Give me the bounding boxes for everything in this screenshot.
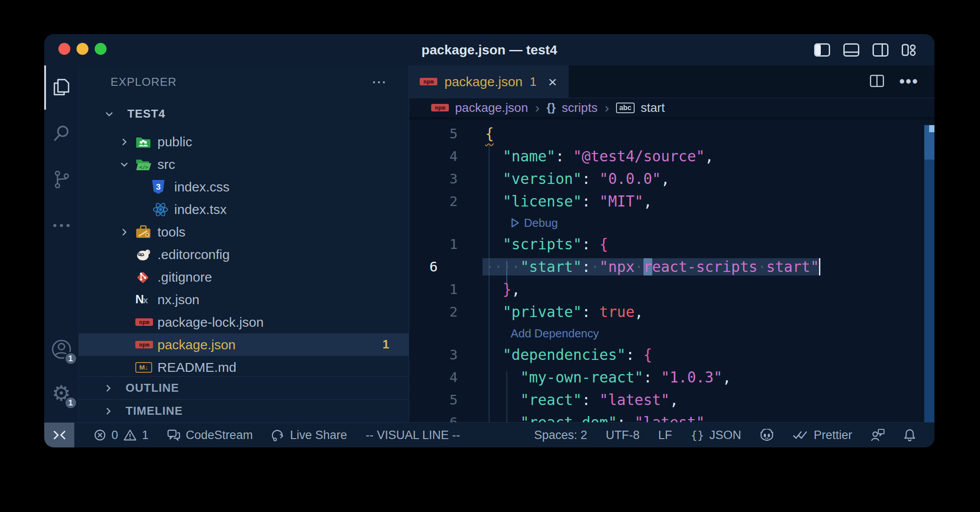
- customize-layout-icon[interactable]: [902, 43, 917, 57]
- code-line: 3 "version": "0.0.0",: [409, 168, 934, 190]
- react-icon: [152, 202, 174, 217]
- code-line-current: 6 ····"start":·"npx·react-scripts·start": [409, 256, 934, 278]
- editor-group: npm package.json 1 × ••• npm package.jso…: [409, 65, 934, 422]
- codelens-add-dependency[interactable]: Add Dependency: [409, 323, 934, 344]
- chevron-right-icon: [119, 137, 135, 147]
- more-views-icon[interactable]: [46, 210, 77, 241]
- tree-item-tools[interactable]: tools: [79, 221, 409, 243]
- source-control-view-icon[interactable]: [46, 164, 77, 195]
- tree-item-package-lock-json[interactable]: npm package-lock.json: [79, 311, 409, 333]
- live-share-status[interactable]: Live Share: [272, 428, 347, 442]
- copilot-status[interactable]: [760, 429, 774, 441]
- breadcrumb-separator: ›: [534, 100, 540, 115]
- outline-section-header[interactable]: OUTLINE: [79, 376, 409, 399]
- copilot-icon: [760, 429, 774, 441]
- breadcrumb-object[interactable]: scripts: [562, 101, 597, 115]
- title-bar: package.json — test4: [44, 34, 934, 65]
- editor-more-actions-icon[interactable]: •••: [899, 78, 919, 84]
- feedback-icon[interactable]: [871, 428, 885, 442]
- code-line: 1 },: [409, 278, 934, 301]
- markdown-icon: M↓: [135, 362, 157, 373]
- tree-item-readme-md[interactable]: M↓ README.md: [79, 356, 409, 376]
- double-check-icon: [792, 430, 808, 440]
- folder-public-icon: [135, 135, 157, 149]
- toggle-panel-icon[interactable]: [843, 43, 859, 57]
- visual-line-selection: ····"start":·"npx·react-scripts·start": [482, 258, 820, 275]
- npm-icon: npm: [431, 104, 449, 111]
- explorer-title: EXPLORER: [111, 75, 177, 89]
- code-line: 1 "scripts": {: [409, 233, 934, 256]
- svg-text:</>: </>: [139, 164, 148, 170]
- breadcrumb-separator: ›: [604, 100, 610, 115]
- settings-gear-icon[interactable]: ⚙ 1: [46, 378, 77, 409]
- remote-indicator[interactable]: [44, 423, 74, 448]
- settings-badge: 1: [64, 396, 77, 409]
- prettier-status[interactable]: Prettier: [792, 428, 852, 442]
- indentation-status[interactable]: Spaces: 2: [534, 428, 587, 442]
- timeline-section-header[interactable]: TIMELINE: [79, 399, 409, 422]
- chevron-right-icon: [103, 383, 119, 393]
- code-line: 5 {: [409, 122, 934, 145]
- code-line: 5 "react": "latest",: [409, 389, 934, 411]
- code-editor[interactable]: 5 { 4 "name": "@test4/source", 3 "versio…: [409, 117, 934, 422]
- string-symbol-icon: abc: [616, 103, 635, 113]
- tree-root-test4[interactable]: TEST4: [79, 103, 409, 125]
- comment-discussion-icon: [167, 429, 180, 441]
- braces-icon: {}: [691, 429, 704, 442]
- vscode-window: package.json — test4: [44, 34, 934, 447]
- tree-item-src[interactable]: </> src: [79, 153, 409, 176]
- codelens-debug[interactable]: Debug: [409, 213, 934, 233]
- split-editor-icon[interactable]: [870, 75, 884, 89]
- toggle-primary-sidebar-icon[interactable]: [814, 43, 830, 57]
- tree-item-editorconfig[interactable]: .editorconfig: [79, 243, 409, 266]
- codestream-status[interactable]: CodeStream: [167, 428, 253, 442]
- tab-package-json[interactable]: npm package.json 1 ×: [409, 65, 569, 98]
- search-view-icon[interactable]: [46, 118, 77, 149]
- language-status[interactable]: {} JSON: [691, 428, 741, 442]
- problem-badge: 1: [383, 338, 409, 352]
- play-icon: [511, 218, 520, 228]
- toggle-secondary-sidebar-icon[interactable]: [873, 43, 888, 57]
- file-tree: public </> src 3 index.css: [79, 125, 409, 376]
- npm-icon: npm: [135, 341, 157, 348]
- tree-item-index-tsx[interactable]: index.tsx: [79, 198, 409, 221]
- error-icon: [94, 429, 106, 441]
- vim-mode-indicator[interactable]: -- VISUAL LINE --: [366, 428, 460, 442]
- code-line: 4 "name": "@test4/source",: [409, 145, 934, 168]
- notifications-bell-icon[interactable]: [903, 428, 916, 442]
- breadcrumb-property[interactable]: start: [641, 101, 665, 115]
- code-line: 2 "license": "MIT",: [409, 190, 934, 213]
- accounts-icon[interactable]: 1: [46, 333, 77, 365]
- tab-badge: 1: [530, 75, 537, 89]
- status-bar: 0 1 CodeStream Live Share -- VISUAL LINE…: [44, 422, 934, 447]
- npm-icon: npm: [135, 318, 157, 326]
- scrollbar-thumb[interactable]: [924, 125, 934, 422]
- close-tab-icon[interactable]: ×: [548, 74, 557, 89]
- folder-src-icon: </>: [135, 158, 157, 171]
- activity-bar: 1 ⚙ 1: [44, 65, 79, 422]
- eol-status[interactable]: LF: [658, 428, 672, 442]
- overview-ruler-marker: [929, 125, 934, 132]
- git-icon: [135, 270, 157, 285]
- tree-item-nx-json[interactable]: Nx nx.json: [79, 288, 409, 311]
- tree-item-public[interactable]: public: [79, 130, 409, 153]
- code-line: 6 "react-dom": "latest",: [409, 411, 934, 422]
- block-cursor: r: [643, 258, 652, 275]
- explorer-view-icon[interactable]: [46, 72, 77, 103]
- remote-icon: [53, 429, 66, 441]
- active-view-indicator: [44, 65, 46, 110]
- problems-status[interactable]: 0 1: [94, 428, 149, 442]
- encoding-status[interactable]: UTF-8: [606, 428, 640, 442]
- code-line: 3 "dependencies": {: [409, 344, 934, 366]
- breadcrumb-file[interactable]: package.json: [455, 101, 528, 115]
- warning-icon: [123, 429, 137, 441]
- tree-item-package-json[interactable]: npm package.json 1: [79, 333, 409, 356]
- chevron-down-icon: [119, 160, 135, 169]
- explorer-more-actions-icon[interactable]: ⋯: [371, 74, 388, 89]
- object-symbol-icon: {}: [547, 101, 555, 115]
- tree-item-index-css[interactable]: 3 index.css: [79, 176, 409, 198]
- code-line: 2 "private": true,: [409, 301, 934, 323]
- tree-item-gitignore[interactable]: .gitignore: [79, 266, 409, 288]
- breadcrumb: npm package.json › {} scripts › abc star…: [409, 98, 934, 117]
- tab-bar: npm package.json 1 × •••: [409, 65, 934, 98]
